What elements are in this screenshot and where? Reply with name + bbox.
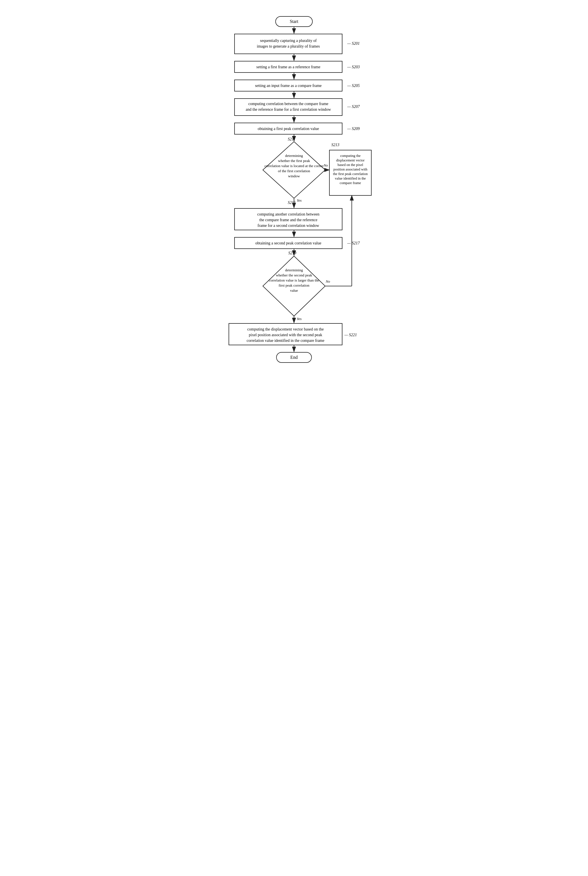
s217-label: — S217 xyxy=(347,241,360,245)
s215-label: S215 xyxy=(288,201,296,205)
s215-text-1: computing another correlation between xyxy=(257,212,320,216)
s213-text-4: position associated with xyxy=(333,167,368,171)
s207-label: — S207 xyxy=(347,105,360,109)
s211-text-1: determining xyxy=(285,153,303,158)
s219-label: S219 xyxy=(288,251,296,255)
s213-text-7: compare frame xyxy=(340,181,361,185)
s219-text-5: value xyxy=(290,288,298,292)
s221-text-1: computing the displacement vector based … xyxy=(247,327,324,332)
yes-label-s219: Yes xyxy=(297,316,302,321)
flowchart-svg: Start sequentially capturing a plurality… xyxy=(215,11,373,450)
yes-label-s211: Yes xyxy=(297,198,302,202)
svg-rect-9 xyxy=(234,99,342,116)
s211-label: S211 xyxy=(288,137,296,141)
s211-text-5: window xyxy=(288,174,300,178)
s205-text: setting an input frame as a compare fram… xyxy=(255,84,321,88)
s201-text-line1: sequentially capturing a plurality of xyxy=(260,39,316,43)
s221-text-3: correlation value identified in the comp… xyxy=(247,339,324,343)
s213-label: S213 xyxy=(332,143,339,147)
s213-text-5: the first peak correlation xyxy=(333,172,368,176)
s207-text-line2: and the reference frame for a first corr… xyxy=(246,107,332,112)
s221-label: — S221 xyxy=(344,333,357,337)
s219-text-3: correlation value is larger than the xyxy=(269,278,319,282)
s211-text-4: of the first correlation xyxy=(278,169,310,173)
s207-text-line1: computing correlation between the compar… xyxy=(248,102,328,106)
s203-label: — S203 xyxy=(347,65,360,69)
s215-text-2: the compare frame and the reference xyxy=(260,218,318,222)
s213-text-1: computing the xyxy=(340,154,360,158)
s201-text-line2: images to generate a plurality of frames xyxy=(257,44,320,48)
s209-text: obtaining a first peak correlation value xyxy=(258,127,319,131)
s213-text-6: value identified in the xyxy=(335,177,366,180)
s205-label: — S205 xyxy=(347,84,360,88)
no-label-s219: No xyxy=(326,279,330,284)
s217-text: obtaining a second peak correlation valu… xyxy=(255,241,321,245)
s219-text-1: determining xyxy=(285,268,303,272)
s213-text-2: displacement vector xyxy=(336,158,365,162)
flowchart-diagram: Start sequentially capturing a plurality… xyxy=(215,6,373,462)
s219-text-4: first peak correlation xyxy=(279,283,310,288)
no-label-s211: No xyxy=(323,163,328,167)
s221-text-2: pixel position associated with the secon… xyxy=(249,333,322,337)
s219-text-2: whether the second peak xyxy=(276,273,312,277)
s203-text: setting a first frame as a reference fra… xyxy=(256,65,320,69)
s211-text-3: correlation value is located at the corn… xyxy=(264,164,324,168)
s209-label: — S209 xyxy=(347,127,360,131)
svg-rect-3 xyxy=(234,34,342,54)
start-label: Start xyxy=(290,19,298,24)
s201-label: — S201 xyxy=(347,41,360,46)
end-label: End xyxy=(290,355,298,360)
s215-text-3: frame for a second correlation window xyxy=(258,224,319,228)
s213-text-3: based on the pixel xyxy=(338,163,363,167)
s211-text-2: whether the first peak xyxy=(278,159,310,163)
